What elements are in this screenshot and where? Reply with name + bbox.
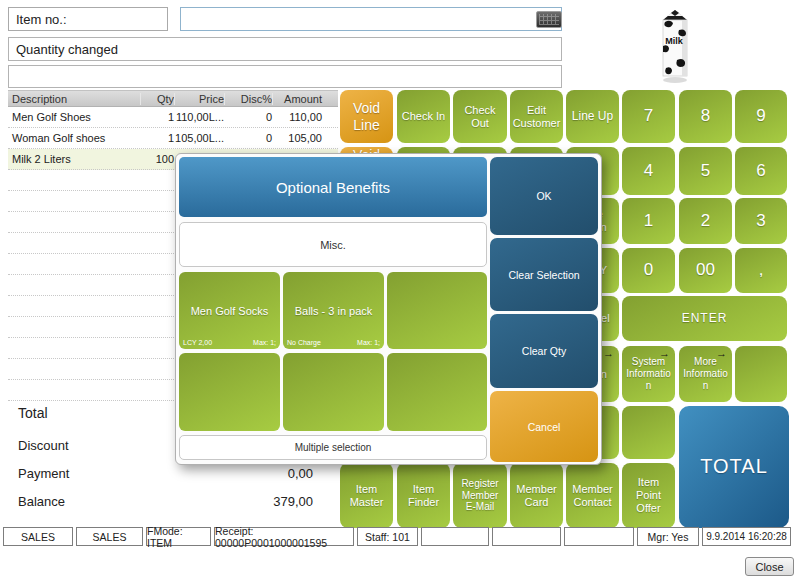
cell-description: Milk 2 Liters [8,153,140,165]
close-button[interactable]: Close [745,557,794,576]
item-no-input[interactable] [180,7,562,31]
table-row[interactable]: Men Golf Shoes 1 110,00L... 0 110,00 [8,107,338,128]
keypad-1[interactable]: 1 [622,198,675,244]
keypad-7[interactable]: 7 [622,90,675,143]
item-master-button[interactable]: Item Master [340,463,393,528]
keypad-comma[interactable]: , [735,248,787,293]
member-card-button[interactable]: Member Card [510,463,563,528]
system-information-button[interactable]: → System Information [622,346,675,402]
arrow-icon: → [659,347,670,360]
status-cell-empty [492,527,561,546]
register-member-email-button[interactable]: Register Member E-Mail [453,463,507,528]
benefit-item-max: Max: 1; [357,339,380,346]
optional-benefits-dialog: Optional Benefits OK Misc. Clear Selecti… [175,153,602,465]
cell-description: Men Golf Shoes [8,111,140,123]
keypad-8[interactable]: 8 [679,90,732,143]
col-amount: Amount [272,93,322,105]
status-cell-datetime: 9.9.2014 16:20:28 [702,527,791,546]
check-out-button[interactable]: Check Out [453,90,507,143]
col-disc: Disc% [224,93,272,105]
clear-selection-button[interactable]: Clear Selection [490,238,598,311]
secondary-message-box [8,65,562,88]
status-cell-staff: Staff: 101 [357,527,418,546]
cell-disc: 0 [224,132,272,144]
ok-button[interactable]: OK [490,157,598,235]
check-in-button[interactable]: Check In [397,90,450,143]
clear-qty-button[interactable]: Clear Qty [490,314,598,388]
benefit-item-empty[interactable] [179,353,280,431]
milk-carton-image: Milk [652,6,698,86]
col-qty: Qty [140,93,174,105]
cell-qty: 1 [140,111,174,123]
benefit-item-balls-3-pack[interactable]: Balls - 3 in pack No Charge Max: 1; [283,272,384,349]
cell-amount: 105,00 [272,132,322,144]
cell-amount: 110,00 [272,111,322,123]
status-cell-empty [564,527,634,546]
status-cell-fmode: FMode: ITEM [146,527,211,546]
status-cell-mgr: Mgr: Yes [637,527,699,546]
benefit-item-label: Men Golf Socks [191,305,269,317]
receipt-table-header: Description Qty Price Disc% Amount [8,90,338,107]
more-information-label: More Information [682,356,729,391]
void-line-button[interactable]: Void Line [340,90,393,143]
keypad-4[interactable]: 4 [622,147,675,195]
total-button[interactable]: TOTAL [679,406,789,528]
benefit-item-empty[interactable] [283,353,384,431]
enter-button[interactable]: ENTER [622,296,787,341]
benefit-item-price: No Charge [287,339,321,346]
member-contact-button[interactable]: Member Contact [566,463,619,528]
total-label: Total [18,405,48,421]
cell-price: 110,00L... [174,111,224,123]
status-cell-empty [421,527,489,546]
discount-label: Discount [18,438,69,453]
table-row[interactable]: Woman Golf shoes 1 105,00L... 0 105,00 [8,128,338,149]
benefit-item-price: LCY 2,00 [183,339,212,346]
balance-value: 379,00 [200,494,313,509]
status-message-box: Quantity changed [8,37,562,61]
benefit-item-empty[interactable] [387,272,487,349]
benefit-item-empty[interactable] [387,353,487,431]
payment-label: Payment [18,466,69,481]
benefit-item-men-golf-socks[interactable]: Men Golf Socks LCY 2,00 Max: 1; [179,272,280,349]
cell-price: 105,00L... [174,132,224,144]
cancel-button[interactable]: Cancel [490,391,598,462]
more-information-button[interactable]: → More Information [679,346,732,402]
status-cell-mode1: SALES [3,527,73,546]
payment-value: 0,00 [200,466,313,481]
system-information-label: System Information [625,356,672,391]
edit-customer-button[interactable]: Edit Customer [510,90,563,143]
col-price: Price [174,93,224,105]
item-point-offer-button[interactable]: Item Point Offer [622,463,675,528]
misc-tab[interactable]: Misc. [179,222,487,267]
keypad-5[interactable]: 5 [679,147,732,195]
multiple-selection-button[interactable]: Multiple selection [179,435,487,460]
line-up-button[interactable]: Line Up [566,90,619,143]
keypad-0[interactable]: 0 [622,248,675,293]
balance-label: Balance [18,494,65,509]
blank-button[interactable] [735,346,787,402]
item-no-label: Item no.: [8,7,168,31]
status-cell-receipt: Receipt: 00000P0001000001595 [214,527,354,546]
benefit-item-max: Max: 1; [253,339,276,346]
keypad-6[interactable]: 6 [735,147,787,195]
keypad-2[interactable]: 2 [679,198,732,244]
dialog-title: Optional Benefits [179,157,487,217]
cell-description: Woman Golf shoes [8,132,140,144]
arrow-icon: → [716,347,727,360]
keyboard-icon[interactable] [536,11,562,28]
cell-qty: 1 [140,132,174,144]
cell-disc: 0 [224,111,272,123]
svg-text:Milk: Milk [665,36,683,46]
keypad-9[interactable]: 9 [735,90,787,143]
arrow-icon: → [603,347,614,360]
keypad-3[interactable]: 3 [735,198,787,244]
blank-button[interactable] [622,406,675,459]
item-finder-button[interactable]: Item Finder [397,463,450,528]
benefit-item-label: Balls - 3 in pack [295,305,373,317]
pos-screen: Item no.: Quantity changed Milk Descript… [0,0,800,582]
cell-qty: 100 [140,153,174,165]
col-description: Description [8,93,140,105]
keypad-00[interactable]: 00 [679,248,732,293]
status-cell-mode2: SALES [76,527,143,546]
status-bar: SALES SALES FMode: ITEM Receipt: 00000P0… [3,527,797,546]
